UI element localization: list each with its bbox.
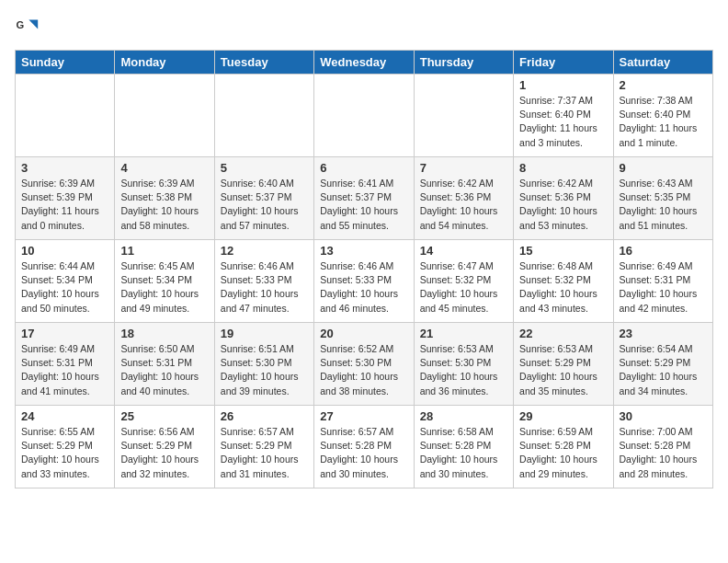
logo-icon: G <box>15 15 40 40</box>
calendar-header-row: SundayMondayTuesdayWednesdayThursdayFrid… <box>16 51 713 75</box>
day-number: 18 <box>120 327 208 340</box>
calendar-cell: 21Sunrise: 6:53 AM Sunset: 5:30 PM Dayli… <box>414 323 513 406</box>
day-number: 10 <box>21 244 108 258</box>
calendar-cell: 27Sunrise: 6:57 AM Sunset: 5:28 PM Dayli… <box>314 406 414 488</box>
svg-text:G: G <box>16 19 24 30</box>
day-info: Sunrise: 6:58 AM Sunset: 5:28 PM Dayligh… <box>420 425 507 481</box>
calendar-cell <box>314 75 414 157</box>
day-info: Sunrise: 6:54 AM Sunset: 5:29 PM Dayligh… <box>620 342 707 398</box>
day-number: 5 <box>221 161 308 175</box>
calendar-cell: 18Sunrise: 6:50 AM Sunset: 5:31 PM Dayli… <box>115 323 214 406</box>
day-info: Sunrise: 6:49 AM Sunset: 5:31 PM Dayligh… <box>21 342 108 398</box>
weekday-header: Tuesday <box>214 51 313 75</box>
calendar-body: 1Sunrise: 7:37 AM Sunset: 6:40 PM Daylig… <box>16 75 713 488</box>
calendar-cell: 8Sunrise: 6:42 AM Sunset: 5:36 PM Daylig… <box>514 157 613 240</box>
weekday-header: Monday <box>115 51 214 75</box>
calendar-cell: 17Sunrise: 6:49 AM Sunset: 5:31 PM Dayli… <box>16 323 115 406</box>
day-info: Sunrise: 6:53 AM Sunset: 5:29 PM Dayligh… <box>519 342 607 398</box>
day-number: 25 <box>120 409 208 423</box>
calendar-cell: 23Sunrise: 6:54 AM Sunset: 5:29 PM Dayli… <box>613 323 712 406</box>
calendar-cell: 4Sunrise: 6:39 AM Sunset: 5:38 PM Daylig… <box>115 157 214 240</box>
day-info: Sunrise: 6:44 AM Sunset: 5:34 PM Dayligh… <box>21 259 108 316</box>
day-info: Sunrise: 6:47 AM Sunset: 5:32 PM Dayligh… <box>420 259 507 316</box>
calendar-week-row: 3Sunrise: 6:39 AM Sunset: 5:39 PM Daylig… <box>16 157 713 240</box>
day-info: Sunrise: 6:46 AM Sunset: 5:33 PM Dayligh… <box>320 259 407 316</box>
calendar-cell: 10Sunrise: 6:44 AM Sunset: 5:34 PM Dayli… <box>16 240 115 323</box>
calendar-cell: 5Sunrise: 6:40 AM Sunset: 5:37 PM Daylig… <box>214 157 313 240</box>
day-info: Sunrise: 6:39 AM Sunset: 5:38 PM Dayligh… <box>120 177 208 233</box>
day-number: 8 <box>519 161 607 175</box>
day-number: 29 <box>519 409 607 423</box>
calendar-cell: 19Sunrise: 6:51 AM Sunset: 5:30 PM Dayli… <box>214 323 313 406</box>
day-number: 16 <box>620 244 707 258</box>
day-number: 3 <box>21 161 108 175</box>
day-info: Sunrise: 6:42 AM Sunset: 5:36 PM Dayligh… <box>519 177 607 233</box>
day-info: Sunrise: 6:53 AM Sunset: 5:30 PM Dayligh… <box>420 342 507 398</box>
weekday-header: Friday <box>514 51 613 75</box>
calendar-cell <box>16 75 115 157</box>
calendar-cell: 26Sunrise: 6:57 AM Sunset: 5:29 PM Dayli… <box>214 406 313 488</box>
day-info: Sunrise: 6:49 AM Sunset: 5:31 PM Dayligh… <box>620 259 707 316</box>
svg-marker-1 <box>28 20 38 29</box>
calendar-cell: 30Sunrise: 7:00 AM Sunset: 5:28 PM Dayli… <box>613 406 712 488</box>
calendar-cell: 28Sunrise: 6:58 AM Sunset: 5:28 PM Dayli… <box>414 406 513 488</box>
day-number: 17 <box>21 327 108 340</box>
weekday-header: Saturday <box>613 51 712 75</box>
weekday-header: Sunday <box>16 51 115 75</box>
calendar-cell: 24Sunrise: 6:55 AM Sunset: 5:29 PM Dayli… <box>16 406 115 488</box>
day-info: Sunrise: 6:51 AM Sunset: 5:30 PM Dayligh… <box>221 342 308 398</box>
day-number: 22 <box>519 327 607 340</box>
day-number: 23 <box>620 327 707 340</box>
calendar-cell: 12Sunrise: 6:46 AM Sunset: 5:33 PM Dayli… <box>214 240 313 323</box>
calendar-week-row: 17Sunrise: 6:49 AM Sunset: 5:31 PM Dayli… <box>16 323 713 406</box>
calendar-cell: 15Sunrise: 6:48 AM Sunset: 5:32 PM Dayli… <box>514 240 613 323</box>
calendar-cell: 20Sunrise: 6:52 AM Sunset: 5:30 PM Dayli… <box>314 323 414 406</box>
day-number: 27 <box>320 409 407 423</box>
calendar-cell: 9Sunrise: 6:43 AM Sunset: 5:35 PM Daylig… <box>613 157 712 240</box>
day-number: 26 <box>221 409 308 423</box>
day-info: Sunrise: 6:41 AM Sunset: 5:37 PM Dayligh… <box>320 177 407 233</box>
calendar-week-row: 1Sunrise: 7:37 AM Sunset: 6:40 PM Daylig… <box>16 75 713 157</box>
day-info: Sunrise: 6:46 AM Sunset: 5:33 PM Dayligh… <box>221 259 308 316</box>
day-number: 1 <box>519 78 607 92</box>
day-number: 6 <box>320 161 407 175</box>
logo: G <box>15 15 44 40</box>
day-number: 4 <box>120 161 208 175</box>
calendar-week-row: 24Sunrise: 6:55 AM Sunset: 5:29 PM Dayli… <box>16 406 713 488</box>
day-info: Sunrise: 6:55 AM Sunset: 5:29 PM Dayligh… <box>21 425 108 481</box>
calendar-cell <box>214 75 313 157</box>
calendar-cell: 6Sunrise: 6:41 AM Sunset: 5:37 PM Daylig… <box>314 157 414 240</box>
calendar-cell: 1Sunrise: 7:37 AM Sunset: 6:40 PM Daylig… <box>514 75 613 157</box>
day-info: Sunrise: 6:56 AM Sunset: 5:29 PM Dayligh… <box>120 425 208 481</box>
calendar-cell <box>115 75 214 157</box>
calendar-week-row: 10Sunrise: 6:44 AM Sunset: 5:34 PM Dayli… <box>16 240 713 323</box>
day-number: 11 <box>120 244 208 258</box>
day-info: Sunrise: 6:43 AM Sunset: 5:35 PM Dayligh… <box>620 177 707 233</box>
day-number: 19 <box>221 327 308 340</box>
calendar-cell: 2Sunrise: 7:38 AM Sunset: 6:40 PM Daylig… <box>613 75 712 157</box>
day-number: 12 <box>221 244 308 258</box>
day-info: Sunrise: 6:39 AM Sunset: 5:39 PM Dayligh… <box>21 177 108 233</box>
day-number: 21 <box>420 327 507 340</box>
day-number: 24 <box>21 409 108 423</box>
day-info: Sunrise: 6:57 AM Sunset: 5:29 PM Dayligh… <box>221 425 308 481</box>
day-number: 13 <box>320 244 407 258</box>
calendar-cell: 25Sunrise: 6:56 AM Sunset: 5:29 PM Dayli… <box>115 406 214 488</box>
day-info: Sunrise: 6:48 AM Sunset: 5:32 PM Dayligh… <box>519 259 607 316</box>
day-info: Sunrise: 7:38 AM Sunset: 6:40 PM Dayligh… <box>620 94 707 150</box>
weekday-header: Wednesday <box>314 51 414 75</box>
calendar-cell: 13Sunrise: 6:46 AM Sunset: 5:33 PM Dayli… <box>314 240 414 323</box>
calendar-cell: 22Sunrise: 6:53 AM Sunset: 5:29 PM Dayli… <box>514 323 613 406</box>
day-number: 2 <box>620 78 707 92</box>
page-header: G <box>15 15 713 40</box>
calendar-cell: 3Sunrise: 6:39 AM Sunset: 5:39 PM Daylig… <box>16 157 115 240</box>
day-number: 28 <box>420 409 507 423</box>
calendar-table: SundayMondayTuesdayWednesdayThursdayFrid… <box>15 50 713 488</box>
day-info: Sunrise: 7:37 AM Sunset: 6:40 PM Dayligh… <box>519 94 607 150</box>
calendar-cell: 14Sunrise: 6:47 AM Sunset: 5:32 PM Dayli… <box>414 240 513 323</box>
day-number: 7 <box>420 161 507 175</box>
day-info: Sunrise: 7:00 AM Sunset: 5:28 PM Dayligh… <box>620 425 707 481</box>
day-info: Sunrise: 6:42 AM Sunset: 5:36 PM Dayligh… <box>420 177 507 233</box>
calendar-cell: 29Sunrise: 6:59 AM Sunset: 5:28 PM Dayli… <box>514 406 613 488</box>
day-info: Sunrise: 6:52 AM Sunset: 5:30 PM Dayligh… <box>320 342 407 398</box>
